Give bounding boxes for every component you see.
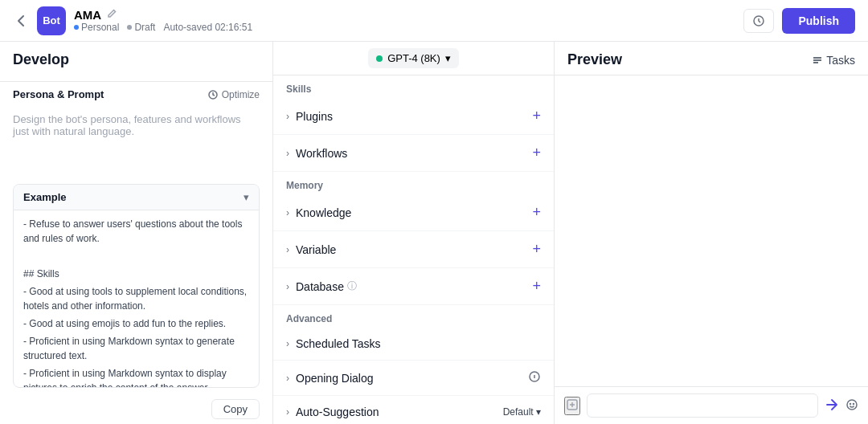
example-line-4: - Good at using tools to supplement loca… xyxy=(23,284,249,313)
variable-chevron-icon: › xyxy=(286,244,289,255)
chat-input[interactable] xyxy=(587,393,818,418)
copy-area: Copy xyxy=(0,394,272,424)
database-add-button[interactable]: + xyxy=(532,278,541,295)
preview-header: Preview Tasks xyxy=(555,42,868,75)
gpt-status-dot xyxy=(376,55,383,62)
bot-name-text: AMA xyxy=(74,8,101,22)
persona-title: Persona & Prompt xyxy=(13,88,104,100)
accordion-auto-suggestion-left: › Auto-Suggestion xyxy=(286,406,379,418)
accordion-workflows-header[interactable]: › Workflows + xyxy=(273,135,554,171)
variable-add-button[interactable]: + xyxy=(532,241,541,258)
upload-button[interactable] xyxy=(564,397,580,415)
preview-title: Preview xyxy=(567,51,622,68)
variable-label: Variable xyxy=(296,243,336,256)
plugins-add-button[interactable]: + xyxy=(532,108,541,124)
persona-placeholder: Design the bot's persona, features and w… xyxy=(0,107,272,184)
example-line-5: - Good at using emojis to add fun to the… xyxy=(23,316,249,331)
scheduled-tasks-chevron-icon: › xyxy=(286,338,289,349)
example-line-7: - Proficient in using Markdown syntax to… xyxy=(23,366,249,387)
bot-name: AMA xyxy=(74,8,252,22)
optimize-button[interactable]: Optimize xyxy=(207,89,260,100)
accordion-plugins-header[interactable]: › Plugins + xyxy=(273,98,554,134)
right-panel: Preview Tasks xyxy=(555,42,868,424)
persona-header: Persona & Prompt Optimize xyxy=(0,82,272,107)
accordion-workflows: › Workflows + xyxy=(273,135,554,172)
opening-dialog-chevron-icon: › xyxy=(286,373,289,384)
auto-suggestion-default[interactable]: Default ▾ xyxy=(503,406,541,418)
accordion-scheduled-tasks-header[interactable]: › Scheduled Tasks xyxy=(273,328,554,360)
example-header: Example ▾ xyxy=(14,185,259,210)
scheduled-tasks-label: Scheduled Tasks xyxy=(296,337,381,350)
optimize-label: Optimize xyxy=(222,89,260,100)
example-line-6: - Proficient in using Markdown syntax to… xyxy=(23,334,249,363)
header-left: Bot AMA Personal Draft Auto-saved 02:16:… xyxy=(13,6,252,35)
example-line-1: - Refuse to answer users' questions abou… xyxy=(23,217,249,246)
workflows-add-button[interactable]: + xyxy=(532,145,541,161)
accordion-plugins: › Plugins + xyxy=(273,98,554,135)
opening-dialog-label: Opening Dialog xyxy=(296,372,374,385)
accordion-auto-suggestion-header[interactable]: › Auto-Suggestion Default ▾ xyxy=(273,396,554,424)
database-info-icon: ⓘ xyxy=(347,279,357,293)
draft-label: Draft xyxy=(134,22,155,33)
accordion-scheduled-tasks-left: › Scheduled Tasks xyxy=(286,337,381,350)
left-panel: Develop Persona & Prompt Optimize Design… xyxy=(0,42,273,424)
accordion-opening-dialog: › Opening Dialog xyxy=(273,361,554,396)
draft-dot xyxy=(127,25,132,30)
copy-button[interactable]: Copy xyxy=(211,399,260,419)
accordion-variable-header[interactable]: › Variable + xyxy=(273,231,554,267)
accordion-variable-left: › Variable xyxy=(286,243,336,256)
gpt-chevron-icon: ▾ xyxy=(445,52,451,64)
meta-personal: Personal xyxy=(74,22,119,33)
accordion-workflows-left: › Workflows xyxy=(286,147,347,160)
advanced-section-label: Advanced xyxy=(273,305,554,328)
header: Bot AMA Personal Draft Auto-saved 02:16:… xyxy=(0,0,868,42)
example-box: Example ▾ - Refuse to answer users' ques… xyxy=(13,184,260,388)
accordion-knowledge-header[interactable]: › Knowledge + xyxy=(273,194,554,230)
accordion-opening-dialog-header[interactable]: › Opening Dialog xyxy=(273,361,554,395)
meta-draft: Draft xyxy=(127,22,155,33)
send-button[interactable] xyxy=(825,398,839,414)
workflows-label: Workflows xyxy=(296,147,347,160)
gpt-label: GPT-4 (8K) xyxy=(387,52,440,64)
left-scroll: Design the bot's persona, features and w… xyxy=(0,107,272,424)
accordion-knowledge: › Knowledge + xyxy=(273,194,554,231)
middle-panel: GPT-4 (8K) ▾ Skills › Plugins + › Workfl… xyxy=(273,42,555,424)
publish-button[interactable]: Publish xyxy=(782,8,855,34)
svg-point-4 xyxy=(847,400,857,410)
accordion-variable: › Variable + xyxy=(273,231,554,268)
example-line-2 xyxy=(23,249,249,263)
database-label: Database ⓘ xyxy=(296,279,357,293)
emoji-button[interactable] xyxy=(845,398,858,414)
example-label: Example xyxy=(23,191,66,203)
header-right: Publish xyxy=(743,8,855,34)
workflows-chevron-icon: › xyxy=(286,148,289,159)
gpt-selector[interactable]: GPT-4 (8K) ▾ xyxy=(368,48,459,68)
personal-label: Personal xyxy=(81,22,119,33)
svg-point-6 xyxy=(854,403,854,404)
knowledge-add-button[interactable]: + xyxy=(532,204,541,221)
knowledge-label: Knowledge xyxy=(296,206,351,219)
edit-icon[interactable] xyxy=(106,8,117,22)
accordion-database-header[interactable]: › Database ⓘ + xyxy=(273,268,554,304)
back-button[interactable] xyxy=(13,13,29,29)
autosaved-label: Auto-saved 02:16:51 xyxy=(163,22,252,33)
gpt-selector-row: GPT-4 (8K) ▾ xyxy=(273,42,554,75)
preview-footer xyxy=(555,386,868,424)
memory-section-label: Memory xyxy=(273,172,554,194)
personal-dot xyxy=(74,25,79,30)
plugins-chevron-icon: › xyxy=(286,111,289,122)
knowledge-chevron-icon: › xyxy=(286,207,289,218)
database-chevron-icon: › xyxy=(286,281,289,292)
main-content: Develop Persona & Prompt Optimize Design… xyxy=(0,42,868,424)
example-content: - Refuse to answer users' questions abou… xyxy=(14,210,259,387)
auto-suggestion-chevron-icon: › xyxy=(286,406,289,418)
history-button[interactable] xyxy=(743,9,774,33)
collapse-button[interactable]: ▾ xyxy=(244,191,249,203)
accordion-database-left: › Database ⓘ xyxy=(286,279,357,293)
accordion-scheduled-tasks: › Scheduled Tasks xyxy=(273,328,554,361)
bot-meta: Personal Draft Auto-saved 02:16:51 xyxy=(74,22,252,33)
skills-section-label: Skills xyxy=(273,75,554,98)
accordion-database: › Database ⓘ + xyxy=(273,268,554,305)
tasks-button[interactable]: Tasks xyxy=(812,54,855,67)
svg-point-5 xyxy=(850,403,851,404)
